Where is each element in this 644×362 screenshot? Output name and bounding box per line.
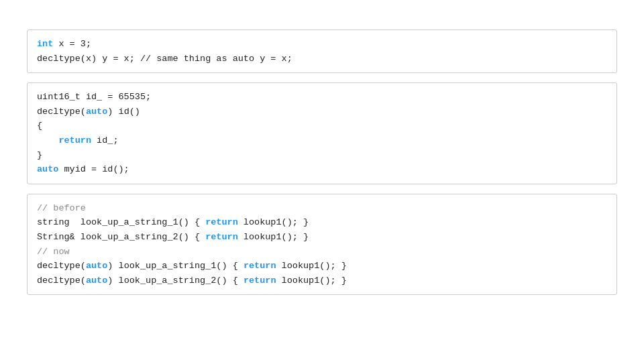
normal-token: decltype( [37, 276, 86, 286]
code-line: uint16_t id_ = 65535; [37, 90, 607, 105]
code-line: // before [37, 201, 607, 216]
normal-token: string look_up_a_string_1() { [37, 217, 205, 227]
normal-token: decltype(x) y = x; // same thing as auto… [37, 54, 292, 64]
normal-token: decltype( [37, 107, 86, 117]
normal-token: { [37, 121, 42, 131]
code-line: { [37, 119, 607, 133]
comment-token: // before [37, 203, 86, 213]
keyword-token: return [58, 135, 91, 145]
normal-token: ) look_up_a_string_1() { [107, 261, 244, 271]
normal-token: decltype( [37, 261, 86, 271]
keyword-token: return [244, 276, 276, 286]
code-block-3: // beforestring look_up_a_string_1() { r… [27, 194, 617, 296]
comment-token: // now [37, 247, 70, 257]
code-block-2: uint16_t id_ = 65535;decltype(auto) id()… [27, 82, 617, 184]
normal-token: lookup1(); } [238, 232, 309, 242]
normal-token: lookup1(); } [238, 217, 309, 227]
code-line: // now [37, 245, 607, 259]
normal-token: id_; [91, 135, 119, 145]
keyword-token: int [37, 39, 53, 49]
normal-token [37, 135, 58, 145]
normal-token: myid = id(); [58, 164, 129, 174]
normal-token: lookup1(); } [276, 276, 346, 286]
code-line: string look_up_a_string_1() { return loo… [37, 215, 607, 230]
code-line: decltype(auto) look_up_a_string_2() { re… [37, 274, 607, 288]
keyword-token: return [205, 217, 238, 227]
normal-token: uint16_t id_ = 65535; [37, 92, 151, 102]
code-line: String& look_up_a_string_2() { return lo… [37, 230, 607, 245]
keyword-token: return [205, 232, 238, 242]
normal-token: String& look_up_a_string_2() { [37, 232, 205, 242]
normal-token: lookup1(); } [276, 261, 346, 271]
code-block-1: int x = 3;decltype(x) y = x; // same thi… [27, 29, 617, 73]
code-line: int x = 3; [37, 37, 607, 52]
code-line: } [37, 148, 607, 163]
code-line: return id_; [37, 133, 607, 148]
code-line: decltype(auto) id() [37, 105, 607, 119]
keyword-token: auto [86, 107, 107, 117]
normal-token: ) id() [107, 107, 140, 117]
keyword-token: auto [86, 276, 107, 286]
normal-token: ) look_up_a_string_2() { [107, 276, 244, 286]
normal-token: x = 3; [53, 39, 91, 49]
normal-token: } [37, 150, 42, 160]
code-line: auto myid = id(); [37, 162, 607, 177]
keyword-token: auto [86, 261, 107, 271]
code-line: decltype(x) y = x; // same thing as auto… [37, 52, 607, 66]
keyword-token: return [244, 261, 276, 271]
code-line: decltype(auto) look_up_a_string_1() { re… [37, 259, 607, 274]
keyword-token: auto [37, 164, 58, 174]
